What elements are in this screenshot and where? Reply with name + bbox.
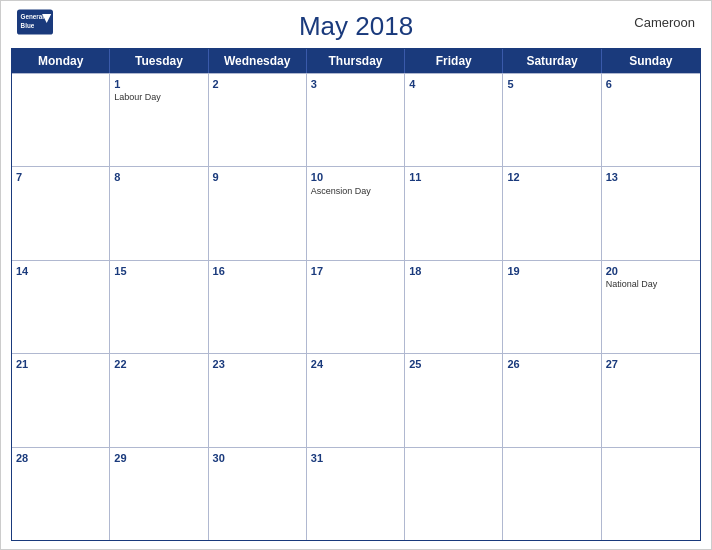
day-headers-row: MondayTuesdayWednesdayThursdayFridaySatu… — [12, 49, 700, 73]
day-number: 6 — [606, 77, 696, 91]
day-cell: 9 — [209, 167, 307, 259]
day-cell: 20National Day — [602, 261, 700, 353]
svg-text:Blue: Blue — [21, 22, 35, 29]
logo-icon: General Blue — [17, 9, 53, 35]
day-cell: 13 — [602, 167, 700, 259]
day-cell — [12, 74, 110, 166]
day-number: 8 — [114, 170, 203, 184]
day-cell: 4 — [405, 74, 503, 166]
day-cell: 30 — [209, 448, 307, 540]
day-header-wednesday: Wednesday — [209, 49, 307, 73]
day-header-saturday: Saturday — [503, 49, 601, 73]
day-cell — [503, 448, 601, 540]
country-label: Cameroon — [634, 15, 695, 30]
day-cell: 10Ascension Day — [307, 167, 405, 259]
day-cell: 17 — [307, 261, 405, 353]
day-number: 26 — [507, 357, 596, 371]
day-cell: 12 — [503, 167, 601, 259]
day-header-friday: Friday — [405, 49, 503, 73]
day-cell: 19 — [503, 261, 601, 353]
calendar-header: General Blue May 2018 Cameroon — [1, 1, 711, 48]
day-number: 15 — [114, 264, 203, 278]
day-cell: 23 — [209, 354, 307, 446]
day-cell: 28 — [12, 448, 110, 540]
day-cell: 15 — [110, 261, 208, 353]
day-cell: 21 — [12, 354, 110, 446]
day-cell — [602, 448, 700, 540]
day-number: 14 — [16, 264, 105, 278]
day-cell — [405, 448, 503, 540]
day-cell: 26 — [503, 354, 601, 446]
day-number: 29 — [114, 451, 203, 465]
day-number: 17 — [311, 264, 400, 278]
day-number: 21 — [16, 357, 105, 371]
day-number: 7 — [16, 170, 105, 184]
day-header-sunday: Sunday — [602, 49, 700, 73]
week-row-1: 1Labour Day23456 — [12, 73, 700, 166]
day-number: 16 — [213, 264, 302, 278]
day-cell: 22 — [110, 354, 208, 446]
calendar-title: May 2018 — [299, 11, 413, 41]
day-cell: 3 — [307, 74, 405, 166]
day-header-thursday: Thursday — [307, 49, 405, 73]
title-area: May 2018 — [299, 11, 413, 42]
day-header-tuesday: Tuesday — [110, 49, 208, 73]
day-cell: 8 — [110, 167, 208, 259]
day-number: 23 — [213, 357, 302, 371]
day-number: 19 — [507, 264, 596, 278]
day-cell: 2 — [209, 74, 307, 166]
day-number: 11 — [409, 170, 498, 184]
day-cell: 1Labour Day — [110, 74, 208, 166]
day-number: 22 — [114, 357, 203, 371]
day-cell: 25 — [405, 354, 503, 446]
day-number: 9 — [213, 170, 302, 184]
day-cell: 24 — [307, 354, 405, 446]
day-cell: 11 — [405, 167, 503, 259]
day-cell: 29 — [110, 448, 208, 540]
day-cell: 6 — [602, 74, 700, 166]
day-number: 13 — [606, 170, 696, 184]
day-number: 1 — [114, 77, 203, 91]
day-number: 10 — [311, 170, 400, 184]
day-number: 31 — [311, 451, 400, 465]
event-label: Ascension Day — [311, 186, 400, 197]
week-row-5: 28293031 — [12, 447, 700, 540]
day-cell: 14 — [12, 261, 110, 353]
day-number: 28 — [16, 451, 105, 465]
day-cell: 18 — [405, 261, 503, 353]
logo: General Blue — [17, 9, 53, 35]
day-number: 20 — [606, 264, 696, 278]
day-cell: 5 — [503, 74, 601, 166]
day-number: 18 — [409, 264, 498, 278]
day-cell: 27 — [602, 354, 700, 446]
day-number: 5 — [507, 77, 596, 91]
week-row-2: 78910Ascension Day111213 — [12, 166, 700, 259]
weeks-container: 1Labour Day2345678910Ascension Day111213… — [12, 73, 700, 540]
day-number: 27 — [606, 357, 696, 371]
event-label: National Day — [606, 279, 696, 290]
day-number: 2 — [213, 77, 302, 91]
svg-text:General: General — [21, 13, 45, 20]
day-header-monday: Monday — [12, 49, 110, 73]
day-number: 3 — [311, 77, 400, 91]
day-number: 4 — [409, 77, 498, 91]
day-number: 25 — [409, 357, 498, 371]
day-number: 30 — [213, 451, 302, 465]
calendar-grid: MondayTuesdayWednesdayThursdayFridaySatu… — [11, 48, 701, 541]
day-number: 12 — [507, 170, 596, 184]
event-label: Labour Day — [114, 92, 203, 103]
day-cell: 16 — [209, 261, 307, 353]
day-number: 24 — [311, 357, 400, 371]
week-row-3: 14151617181920National Day — [12, 260, 700, 353]
day-cell: 7 — [12, 167, 110, 259]
week-row-4: 21222324252627 — [12, 353, 700, 446]
calendar-page: General Blue May 2018 Cameroon MondayTue… — [0, 0, 712, 550]
day-cell: 31 — [307, 448, 405, 540]
